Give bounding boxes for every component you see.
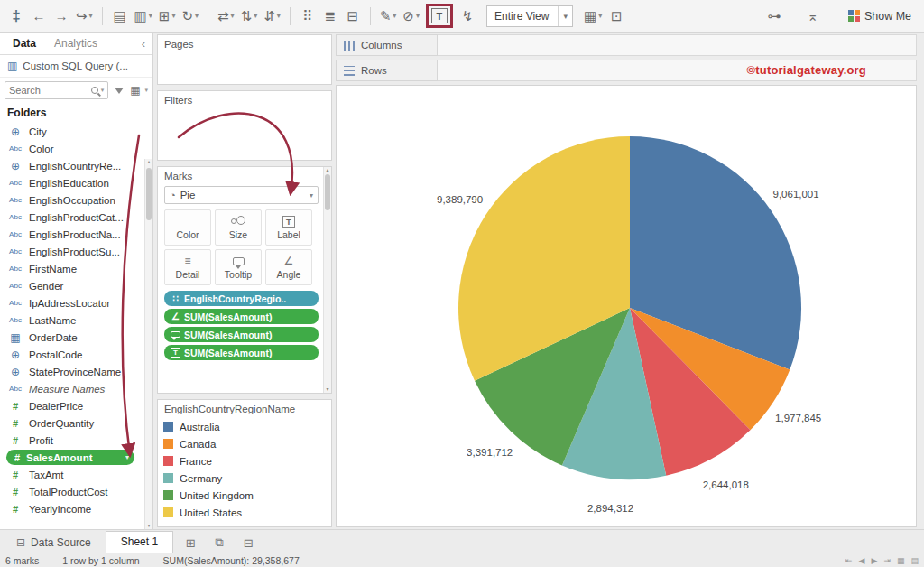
- legend-item[interactable]: Australia: [163, 418, 326, 435]
- new-datasource-icon[interactable]: ▥▾: [132, 5, 155, 28]
- nav-next-icon[interactable]: ▶: [872, 556, 878, 565]
- field-row-orderdate[interactable]: ▦OrderDate: [0, 329, 144, 346]
- field-row-stateprovincename[interactable]: ⊕StateProvinceName: [0, 363, 144, 380]
- redo-icon[interactable]: →: [51, 5, 72, 28]
- paperclip-icon[interactable]: ⊘▾: [400, 5, 422, 28]
- new-story-button[interactable]: ⊟: [236, 533, 260, 553]
- field-row-color[interactable]: AbcColor: [0, 140, 144, 157]
- field-row-englishproductna[interactable]: AbcEnglishProductNa...: [0, 226, 144, 243]
- tab-analytics[interactable]: Analytics: [45, 33, 106, 54]
- pie-chart[interactable]: 9,061,0011,977,8452,644,0182,894,3123,39…: [337, 86, 916, 526]
- selected-field-pill[interactable]: #SalesAmount▾: [6, 450, 134, 465]
- new-dashboard-button[interactable]: ⧉: [208, 533, 231, 553]
- filters-shelf[interactable]: Filters: [157, 90, 332, 161]
- show-totals-icon[interactable]: ≣: [319, 5, 341, 28]
- field-row-englishproductsu[interactable]: AbcEnglishProductSu...: [0, 243, 144, 260]
- pie-value-label: 3,391,712: [467, 447, 513, 458]
- save-icon[interactable]: ▤: [109, 5, 131, 28]
- tab-data-source[interactable]: ⊟ Data Source: [5, 533, 102, 553]
- fields-scrollbar[interactable]: ▾ ▾: [144, 159, 152, 529]
- field-row-totalproductcost[interactable]: #TotalProductCost: [0, 483, 144, 500]
- tab-sheet1[interactable]: Sheet 1: [106, 531, 173, 553]
- show-me-button[interactable]: Show Me: [841, 5, 919, 28]
- field-row-yearlyincome[interactable]: #YearlyIncome: [0, 500, 144, 517]
- group-members-icon[interactable]: ⠿: [297, 5, 319, 28]
- collapse-panel-icon[interactable]: ‹: [138, 37, 149, 51]
- label-button[interactable]: TLabel: [265, 209, 312, 246]
- legend-item[interactable]: Germany: [163, 469, 326, 487]
- replay-icon[interactable]: ↪▾: [73, 5, 96, 28]
- show-me-label: Show Me: [864, 10, 911, 23]
- pointer-icon[interactable]: ⌅: [802, 5, 824, 28]
- legend-item[interactable]: United States: [163, 504, 326, 521]
- marks-pill[interactable]: SUM(SalesAmount): [164, 327, 319, 342]
- nav-last-icon[interactable]: ⇥: [883, 556, 891, 565]
- tableau-logo-icon[interactable]: ‡: [5, 5, 27, 28]
- field-row-orderquantity[interactable]: #OrderQuantity: [0, 414, 144, 432]
- rows-shelf-body[interactable]: ©tutorialgateway.org: [438, 60, 917, 81]
- refresh-icon[interactable]: ↻▾: [179, 5, 201, 28]
- search-input[interactable]: [9, 85, 67, 96]
- field-row-taxamt[interactable]: #TaxAmt: [0, 466, 144, 483]
- size-button[interactable]: Size: [215, 209, 262, 246]
- field-row-englisheducation[interactable]: AbcEnglishEducation: [0, 174, 144, 191]
- field-label: EnglishEducation: [29, 178, 109, 189]
- field-row-profit[interactable]: #Profit: [0, 432, 144, 449]
- field-row-salesamount[interactable]: #SalesAmount▾: [0, 449, 144, 466]
- presentation-mode-icon[interactable]: ⊡: [605, 5, 627, 28]
- marks-pill[interactable]: ∷EnglishCountryRegio..: [164, 291, 319, 306]
- field-label: LastName: [29, 315, 76, 326]
- marks-pill[interactable]: ∠SUM(SalesAmount): [164, 309, 319, 324]
- field-row-englishcountryre[interactable]: ⊕EnglishCountryRe...: [0, 157, 144, 174]
- view-options-icon[interactable]: ▦▾: [130, 84, 148, 97]
- field-row-city[interactable]: ⊕City: [0, 123, 144, 140]
- share-icon[interactable]: ⊶: [763, 5, 785, 28]
- new-worksheet-icon[interactable]: ⊞▾: [156, 5, 179, 28]
- field-row-lastname[interactable]: AbcLastName: [0, 311, 144, 329]
- highlight-icon[interactable]: ✎▾: [377, 5, 400, 28]
- marks-scrollbar[interactable]: ▾ ▾: [323, 167, 331, 393]
- angle-button[interactable]: ∠Angle: [265, 249, 312, 285]
- columns-icon: [344, 41, 355, 51]
- field-row-firstname[interactable]: AbcFirstName: [0, 260, 144, 277]
- marks-pill[interactable]: TSUM(SalesAmount): [164, 345, 319, 360]
- color-button[interactable]: Color: [164, 209, 211, 246]
- show-mark-labels-icon[interactable]: T: [431, 8, 448, 23]
- mark-type-dropdown[interactable]: ◔ Pie ▾: [164, 186, 319, 204]
- field-label: FirstName: [29, 264, 77, 274]
- tab-data[interactable]: Data: [4, 33, 45, 54]
- field-row-measure-names[interactable]: AbcMeasure Names: [0, 380, 144, 397]
- view-film-icon[interactable]: ▤: [910, 556, 919, 565]
- swap-axes-icon[interactable]: ⇄▾: [215, 5, 237, 28]
- format-icon[interactable]: ↯: [457, 5, 478, 28]
- field-row-postalcode[interactable]: ⊕PostalCode: [0, 346, 144, 363]
- globe-icon: ⊕: [6, 125, 24, 138]
- columns-shelf-body[interactable]: [438, 34, 917, 56]
- search-box[interactable]: ▾: [5, 81, 108, 99]
- new-worksheet-button[interactable]: ⊞: [179, 533, 202, 553]
- fit-dropdown[interactable]: Entire View ▾: [486, 5, 573, 27]
- connection-row[interactable]: ▥ Custom SQL Query (...: [0, 55, 152, 78]
- undo-icon[interactable]: ←: [28, 5, 50, 28]
- fix-axes-icon[interactable]: ⊟: [342, 5, 364, 28]
- nav-first-icon[interactable]: ⇤: [845, 556, 853, 565]
- nav-prev-icon[interactable]: ◀: [859, 556, 865, 565]
- legend-item[interactable]: Canada: [163, 435, 326, 452]
- filter-funnel-icon[interactable]: [115, 88, 124, 94]
- field-row-dealerprice[interactable]: #DealerPrice: [0, 397, 144, 414]
- tooltip-button[interactable]: Tooltip: [215, 249, 262, 285]
- field-label: TotalProductCost: [29, 487, 108, 497]
- field-row-gender[interactable]: AbcGender: [0, 277, 144, 294]
- pages-shelf[interactable]: Pages: [157, 34, 332, 85]
- field-row-ipaddresslocator[interactable]: AbcIpAddressLocator: [0, 294, 144, 311]
- show-mark-labels-toggle-icon[interactable]: ▦▾: [581, 5, 605, 28]
- detail-button[interactable]: ≡Detail: [164, 249, 211, 285]
- sort-ascending-icon[interactable]: ⇅▾: [238, 5, 261, 28]
- legend-label: Australia: [180, 422, 220, 432]
- view-grid-icon[interactable]: ▦: [897, 556, 905, 565]
- sort-descending-icon[interactable]: ⇵▾: [261, 5, 283, 28]
- legend-item[interactable]: France: [163, 452, 326, 469]
- field-row-englishproductcat[interactable]: AbcEnglishProductCat...: [0, 209, 144, 226]
- legend-item[interactable]: United Kingdom: [163, 487, 326, 504]
- field-row-englishoccupation[interactable]: AbcEnglishOccupation: [0, 191, 144, 209]
